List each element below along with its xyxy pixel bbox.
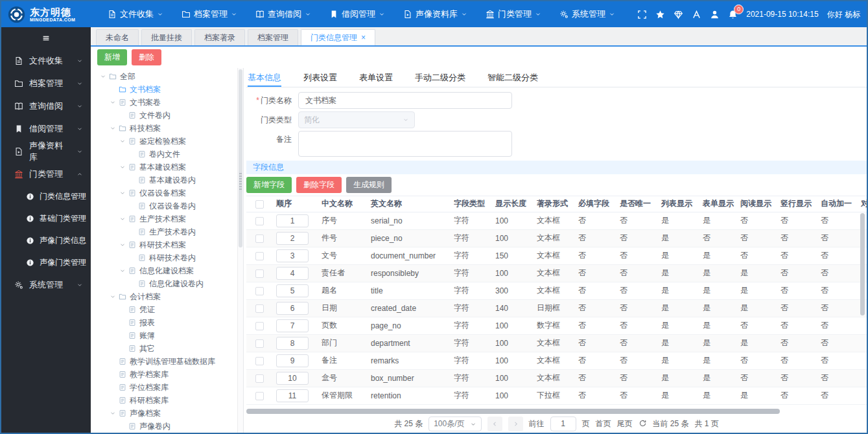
row-checkbox[interactable] bbox=[255, 322, 264, 330]
tree-node[interactable]: 科研技术卷内 bbox=[99, 251, 237, 264]
font-size-icon[interactable] bbox=[692, 10, 701, 19]
last-page-link[interactable]: 尾页 bbox=[617, 418, 633, 429]
tree-node[interactable]: 生产技术卷内 bbox=[99, 225, 237, 238]
sidebar-subitem[interactable]: 声像门类管理 bbox=[1, 251, 91, 273]
open-tab[interactable]: 档案管理 bbox=[248, 29, 298, 45]
next-page-button[interactable] bbox=[508, 417, 523, 431]
detail-tab[interactable]: 智能二级分类 bbox=[487, 72, 538, 87]
row-checkbox[interactable] bbox=[255, 269, 264, 278]
tree-node[interactable]: 教学训练管理基础数据库 bbox=[99, 355, 237, 368]
sidebar-item-category-manage[interactable]: 门类管理 bbox=[1, 163, 91, 185]
order-input[interactable]: 6 bbox=[276, 302, 309, 315]
order-input[interactable]: 1 bbox=[276, 214, 309, 227]
tree-node[interactable]: 文书案卷 bbox=[99, 96, 237, 109]
caret-down-icon[interactable] bbox=[99, 72, 108, 81]
sidebar-item-borrow-manage[interactable]: 借阅管理 bbox=[1, 117, 91, 140]
tree-node[interactable]: 会计档案 bbox=[99, 290, 237, 303]
tree-node[interactable]: 教学档案库 bbox=[99, 368, 237, 381]
row-checkbox[interactable] bbox=[255, 234, 264, 243]
caret-down-icon[interactable] bbox=[118, 214, 127, 223]
sidebar-item-file-collect[interactable]: 文件收集 bbox=[1, 49, 91, 72]
table-horizontal-scrollbar[interactable] bbox=[246, 409, 780, 414]
caret-down-icon[interactable] bbox=[108, 124, 117, 133]
add-field-button[interactable]: 新增字段 bbox=[246, 177, 292, 193]
close-icon[interactable]: × bbox=[361, 33, 366, 42]
order-input[interactable]: 10 bbox=[276, 372, 309, 385]
category-name-input[interactable]: 文书档案 bbox=[298, 92, 512, 109]
caret-down-icon[interactable] bbox=[108, 98, 117, 107]
table-vertical-scrollbar[interactable] bbox=[860, 213, 865, 315]
sidebar-item-archive-manage[interactable]: 档案管理 bbox=[1, 72, 91, 95]
row-checkbox[interactable] bbox=[255, 287, 264, 295]
tree-node[interactable]: 账簿 bbox=[99, 329, 237, 342]
row-checkbox[interactable] bbox=[255, 217, 264, 225]
detail-tab[interactable]: 表单设置 bbox=[359, 72, 393, 87]
order-input[interactable]: 9 bbox=[276, 354, 309, 367]
topnav-item-system-manage[interactable]: 系统管理 bbox=[559, 8, 615, 20]
caret-down-icon[interactable] bbox=[118, 240, 127, 249]
order-input[interactable]: 4 bbox=[276, 267, 309, 280]
order-input[interactable]: 3 bbox=[276, 249, 309, 262]
tree-node[interactable]: 科研技术档案 bbox=[99, 238, 237, 251]
tree-node[interactable]: 仪器设备档案 bbox=[99, 187, 237, 200]
tree-node[interactable]: 生产技术档案 bbox=[99, 212, 237, 225]
caret-down-icon[interactable] bbox=[108, 409, 117, 418]
sidebar-item-media-library[interactable]: 声像资料库 bbox=[1, 140, 91, 163]
tree-node[interactable]: 声像卷内 bbox=[99, 420, 237, 433]
caret-down-icon[interactable] bbox=[118, 188, 127, 198]
detail-tab[interactable]: 列表设置 bbox=[303, 72, 337, 87]
row-checkbox[interactable] bbox=[255, 374, 264, 383]
detail-tab[interactable]: 手动二级分类 bbox=[415, 72, 465, 87]
caret-down-icon[interactable] bbox=[118, 266, 127, 275]
remark-textarea[interactable] bbox=[298, 131, 512, 157]
sidebar-item-system-manage[interactable]: 系统管理 bbox=[1, 273, 91, 296]
caret-down-icon[interactable] bbox=[118, 163, 127, 172]
row-checkbox[interactable] bbox=[255, 304, 264, 313]
topnav-item-archive-manage[interactable]: 档案管理 bbox=[182, 8, 237, 20]
tree-node[interactable]: 凭证 bbox=[99, 303, 237, 316]
generate-rule-button[interactable]: 生成规则 bbox=[346, 177, 392, 193]
tree-node[interactable]: 文件卷内 bbox=[99, 109, 237, 122]
tree-node[interactable]: 报表 bbox=[99, 316, 237, 329]
tree-node[interactable]: 仪器设备卷内 bbox=[99, 200, 237, 212]
topnav-item-query-borrow[interactable]: 查询借阅 bbox=[255, 8, 311, 20]
refresh-button[interactable] bbox=[639, 419, 647, 429]
caret-down-icon[interactable] bbox=[118, 137, 127, 146]
open-tab[interactable]: 未命名 bbox=[96, 29, 139, 45]
open-tab[interactable]: 批量挂接 bbox=[141, 29, 192, 45]
panel-splitter[interactable] bbox=[237, 68, 244, 433]
bell-icon[interactable]: 0 bbox=[728, 10, 738, 19]
order-input[interactable]: 5 bbox=[276, 284, 309, 297]
order-input[interactable]: 2 bbox=[276, 232, 309, 245]
caret-down-icon[interactable] bbox=[108, 292, 117, 301]
star-icon[interactable] bbox=[655, 10, 665, 19]
page-size-select[interactable]: 100条/页 bbox=[428, 417, 481, 431]
tree-node[interactable]: 声像档案 bbox=[99, 407, 237, 420]
add-button[interactable]: 新增 bbox=[97, 49, 127, 65]
tree-node[interactable]: 全部 bbox=[99, 70, 237, 83]
row-checkbox[interactable] bbox=[255, 357, 264, 365]
fullscreen-icon[interactable] bbox=[637, 10, 647, 19]
delete-button[interactable]: 删除 bbox=[132, 49, 161, 65]
topnav-item-category-manage[interactable]: 门类管理 bbox=[486, 8, 541, 20]
delete-field-button[interactable]: 删除字段 bbox=[296, 177, 342, 193]
sidebar-subitem[interactable]: 基础门类管理 bbox=[1, 207, 91, 229]
row-checkbox[interactable] bbox=[255, 252, 264, 260]
sidebar-collapse-button[interactable] bbox=[1, 27, 91, 49]
sidebar-item-query-borrow[interactable]: 查询借阅 bbox=[1, 95, 91, 117]
order-input[interactable]: 11 bbox=[276, 389, 309, 402]
tree-node[interactable]: 基本建设卷内 bbox=[99, 174, 237, 187]
detail-tab[interactable]: 基本信息 bbox=[248, 72, 281, 87]
open-tab[interactable]: 档案著录 bbox=[194, 29, 245, 45]
sidebar-subitem[interactable]: 声像门类信息 bbox=[1, 229, 91, 251]
tree-node[interactable]: 鉴定检验档案 bbox=[99, 135, 237, 148]
open-tab[interactable]: 门类信息管理× bbox=[301, 29, 375, 45]
order-input[interactable]: 8 bbox=[276, 337, 309, 350]
first-page-link[interactable]: 首页 bbox=[596, 418, 611, 429]
tree-node[interactable]: 基本建设档案 bbox=[99, 161, 237, 174]
sidebar-subitem[interactable]: 门类信息管理 bbox=[1, 185, 91, 207]
prev-page-button[interactable] bbox=[487, 417, 502, 431]
tree-node[interactable]: 其它 bbox=[99, 342, 237, 355]
row-checkbox[interactable] bbox=[255, 339, 264, 348]
tree-node[interactable]: 科研档案库 bbox=[99, 394, 237, 407]
